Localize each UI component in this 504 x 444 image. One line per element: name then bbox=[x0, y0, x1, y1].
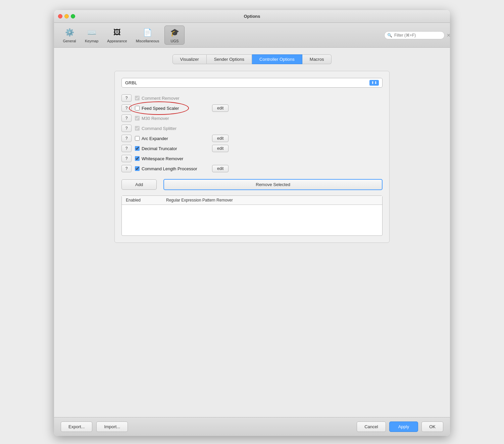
toolbar: ⚙️ General ⌨️ Keymap 🖼 Appearance 📄 Misc… bbox=[54, 23, 450, 48]
filter-input[interactable] bbox=[394, 33, 445, 38]
help-btn-comment-remover[interactable]: ? bbox=[121, 94, 132, 102]
maximize-button[interactable] bbox=[71, 14, 75, 18]
checkbox-label-decimal-truncator[interactable]: Decimal Truncator bbox=[135, 146, 209, 151]
ugs-icon: 🎓 bbox=[169, 27, 180, 38]
filter-clear-icon[interactable]: ✕ bbox=[447, 33, 450, 38]
toolbar-label-general: General bbox=[63, 39, 76, 43]
tab-controller-options[interactable]: Controller Options bbox=[252, 54, 302, 64]
tab-visualizer[interactable]: Visualizer bbox=[172, 54, 207, 64]
toolbar-item-miscellaneous[interactable]: 📄 Miscellaneous bbox=[133, 26, 163, 44]
general-icon: ⚙️ bbox=[64, 27, 75, 38]
export-button[interactable]: Export... bbox=[61, 421, 92, 432]
toolbar-label-appearance: Appearance bbox=[107, 39, 127, 43]
option-row-m30-remover: ? M30 Remover bbox=[121, 115, 383, 122]
dropdown-arrow-icon: ⬆⬇ bbox=[369, 80, 379, 86]
import-button[interactable]: Import... bbox=[96, 421, 128, 432]
controller-dropdown-row: GRBL ⬆⬇ bbox=[121, 78, 383, 88]
help-btn-command-length-processor[interactable]: ? bbox=[121, 165, 132, 172]
table-header: Enabled Regular Expression Pattern Remov… bbox=[122, 196, 382, 205]
checkbox-label-whitespace-remover[interactable]: Whitespace Remover bbox=[135, 156, 209, 161]
help-btn-whitespace-remover[interactable]: ? bbox=[121, 155, 132, 162]
checkbox-comment-remover[interactable] bbox=[135, 96, 140, 100]
miscellaneous-icon: 📄 bbox=[142, 27, 153, 38]
window-title: Options bbox=[244, 14, 260, 19]
tab-macros[interactable]: Macros bbox=[302, 54, 332, 64]
keymap-icon: ⌨️ bbox=[86, 27, 97, 38]
close-button[interactable] bbox=[58, 14, 62, 18]
checkbox-label-feed-speed-scaler[interactable]: Feed Speed Scaler bbox=[135, 106, 209, 111]
minimize-button[interactable] bbox=[64, 14, 69, 18]
option-row-whitespace-remover: ? Whitespace Remover bbox=[121, 155, 383, 162]
help-btn-feed-speed-scaler[interactable]: ? bbox=[121, 104, 132, 112]
option-row-feed-speed-scaler: ? Feed Speed Scaler edit bbox=[121, 104, 383, 112]
table-body bbox=[122, 205, 382, 235]
toolbar-label-keymap: Keymap bbox=[85, 39, 98, 43]
checkbox-m30-remover[interactable] bbox=[135, 116, 140, 121]
controller-dropdown[interactable]: GRBL ⬆⬇ bbox=[121, 78, 383, 88]
toolbar-icons: ⚙️ General ⌨️ Keymap 🖼 Appearance 📄 Misc… bbox=[59, 26, 185, 45]
toolbar-item-general[interactable]: ⚙️ General bbox=[59, 26, 80, 44]
checkbox-label-comment-remover[interactable]: Comment Remover bbox=[135, 96, 209, 101]
edit-btn-decimal-truncator[interactable]: edit bbox=[212, 145, 229, 152]
toolbar-label-miscellaneous: Miscellaneous bbox=[136, 39, 159, 43]
bottom-left-buttons: Export... Import... bbox=[61, 421, 128, 432]
pattern-remover-table: Enabled Regular Expression Pattern Remov… bbox=[121, 195, 383, 236]
checkbox-label-command-splitter[interactable]: Command Splitter bbox=[135, 126, 209, 131]
checkbox-decimal-truncator[interactable] bbox=[135, 146, 140, 151]
traffic-lights bbox=[58, 14, 75, 18]
help-btn-m30-remover[interactable]: ? bbox=[121, 115, 132, 122]
checkbox-label-m30-remover[interactable]: M30 Remover bbox=[135, 116, 209, 121]
toolbar-item-keymap[interactable]: ⌨️ Keymap bbox=[82, 26, 102, 44]
bottom-right-buttons: Cancel Apply OK bbox=[357, 421, 443, 432]
edit-btn-feed-speed-scaler[interactable]: edit bbox=[212, 104, 229, 112]
help-btn-command-splitter[interactable]: ? bbox=[121, 125, 132, 132]
checkbox-command-length-processor[interactable] bbox=[135, 166, 140, 171]
apply-button[interactable]: Apply bbox=[389, 421, 418, 432]
table-col-enabled: Enabled bbox=[126, 198, 166, 203]
bottom-bar: Export... Import... Cancel Apply OK bbox=[54, 417, 450, 436]
edit-btn-arc-expander[interactable]: edit bbox=[212, 135, 229, 142]
ok-button[interactable]: OK bbox=[421, 421, 443, 432]
checkbox-arc-expander[interactable] bbox=[135, 136, 140, 141]
toolbar-item-ugs[interactable]: 🎓 UGS bbox=[164, 26, 185, 45]
options-list: ? Comment Remover ? Feed Speed Scaler bbox=[121, 94, 383, 172]
option-row-command-length-processor: ? Command Length Processor edit bbox=[121, 165, 383, 172]
option-row-command-splitter: ? Command Splitter bbox=[121, 125, 383, 132]
tabs: Visualizer Sender Options Controller Opt… bbox=[61, 54, 443, 64]
option-row-decimal-truncator: ? Decimal Truncator edit bbox=[121, 145, 383, 152]
checkbox-label-command-length-processor[interactable]: Command Length Processor bbox=[135, 166, 209, 171]
titlebar: Options bbox=[54, 10, 450, 23]
help-btn-arc-expander[interactable]: ? bbox=[121, 135, 132, 142]
toolbar-item-appearance[interactable]: 🖼 Appearance bbox=[104, 26, 130, 44]
main-content: Visualizer Sender Options Controller Opt… bbox=[54, 48, 450, 417]
checkbox-whitespace-remover[interactable] bbox=[135, 156, 140, 161]
add-button[interactable]: Add bbox=[121, 179, 157, 190]
cancel-button[interactable]: Cancel bbox=[357, 421, 386, 432]
action-buttons: Add Remove Selected bbox=[121, 179, 383, 190]
appearance-icon: 🖼 bbox=[112, 27, 122, 38]
filter-box[interactable]: 🔍 ✕ bbox=[384, 31, 445, 39]
search-icon: 🔍 bbox=[387, 33, 392, 38]
option-row-comment-remover: ? Comment Remover bbox=[121, 94, 383, 102]
checkbox-label-arc-expander[interactable]: Arc Expander bbox=[135, 136, 209, 141]
tab-sender-options[interactable]: Sender Options bbox=[207, 54, 252, 64]
checkbox-feed-speed-scaler[interactable] bbox=[135, 106, 140, 110]
table-col-pattern: Regular Expression Pattern Remover bbox=[166, 198, 378, 203]
option-row-arc-expander: ? Arc Expander edit bbox=[121, 135, 383, 142]
help-btn-decimal-truncator[interactable]: ? bbox=[121, 145, 132, 152]
edit-btn-command-length-processor[interactable]: edit bbox=[212, 165, 229, 172]
controller-options-panel: GRBL ⬆⬇ ? Comment Remover ? bbox=[114, 71, 390, 243]
dropdown-value: GRBL bbox=[125, 80, 137, 85]
remove-selected-button[interactable]: Remove Selected bbox=[163, 179, 383, 190]
checkbox-command-splitter[interactable] bbox=[135, 126, 140, 131]
feed-speed-highlight: Feed Speed Scaler bbox=[135, 106, 209, 111]
toolbar-label-ugs: UGS bbox=[170, 39, 179, 43]
